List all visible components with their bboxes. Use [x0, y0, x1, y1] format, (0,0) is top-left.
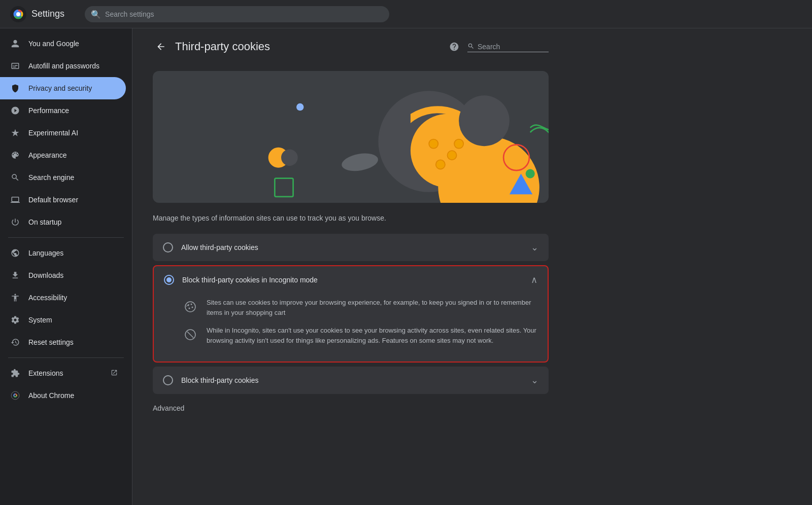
sidebar-item-reset-settings[interactable]: Reset settings	[0, 331, 126, 353]
cookie-illustration	[153, 71, 549, 203]
search-icon	[10, 172, 20, 183]
sidebar-divider-2	[8, 357, 124, 358]
globe-icon	[10, 248, 20, 258]
option-block-all-cookies[interactable]: Block third-party cookies ⌄	[153, 367, 549, 394]
hero-illustration	[153, 71, 549, 203]
sidebar-item-experimental-ai[interactable]: Experimental AI	[0, 122, 126, 144]
option-block-incognito-radio	[164, 275, 174, 285]
power-icon	[10, 217, 20, 227]
back-button[interactable]	[153, 39, 169, 55]
chrome-logo-icon	[10, 6, 26, 22]
sidebar-item-autofill[interactable]: Autofill and passwords	[0, 55, 126, 77]
extension-icon	[10, 368, 20, 378]
sidebar-item-default-browser[interactable]: Default browser	[0, 189, 126, 211]
expanded-info-text-1: Sites can use cookies to improve your br…	[207, 298, 537, 317]
sidebar-label-appearance: Appearance	[28, 151, 118, 159]
content-area: Third-party cookies	[132, 28, 812, 505]
content-search-wrapper	[467, 42, 549, 52]
svg-line-30	[187, 332, 193, 338]
shield-icon	[10, 83, 20, 93]
option-block-incognito-header[interactable]: Block third-party cookies in Incognito m…	[154, 266, 548, 294]
sidebar-item-search-engine[interactable]: Search engine	[0, 166, 126, 189]
palette-icon	[10, 150, 20, 160]
option-block-incognito: Block third-party cookies in Incognito m…	[153, 265, 549, 363]
sidebar-label-system: System	[28, 316, 118, 324]
content-inner: Third-party cookies	[132, 28, 569, 426]
option-block-all-chevron: ⌄	[531, 375, 538, 386]
top-search-wrapper: 🔍	[85, 6, 389, 22]
sidebar-label-on-startup: On startup	[28, 218, 118, 226]
sidebar-label-you-and-google: You and Google	[28, 40, 118, 48]
svg-point-23	[526, 169, 535, 178]
svg-point-26	[191, 304, 192, 305]
option-block-all-label: Block third-party cookies	[181, 376, 523, 384]
svg-point-17	[281, 149, 298, 166]
badge-icon	[10, 61, 20, 71]
svg-point-7	[14, 394, 16, 396]
sidebar-label-search-engine: Search engine	[28, 173, 118, 182]
svg-point-11	[459, 95, 510, 146]
top-search-input[interactable]	[85, 6, 389, 22]
content-header-right	[447, 40, 549, 54]
content-header-left: Third-party cookies	[153, 39, 270, 55]
svg-point-16	[296, 103, 304, 111]
option-allow-label: Allow third-party cookies	[181, 243, 523, 251]
advanced-label: Advanced	[153, 400, 549, 416]
top-search-icon: 🔍	[91, 9, 101, 19]
download-icon	[10, 270, 20, 280]
option-allow-cookies[interactable]: Allow third-party cookies ⌄	[153, 234, 549, 261]
sidebar-label-experimental-ai: Experimental AI	[28, 129, 118, 137]
app-title: Settings	[31, 9, 64, 19]
sidebar-item-accessibility[interactable]: Accessibility	[0, 286, 126, 309]
sidebar-item-about-chrome[interactable]: About Chrome	[0, 384, 126, 407]
sidebar-item-appearance[interactable]: Appearance	[0, 144, 126, 166]
page-title: Third-party cookies	[175, 40, 270, 53]
settings-icon	[10, 315, 20, 325]
top-bar: Settings 🔍	[0, 0, 812, 28]
svg-point-15	[454, 139, 463, 149]
option-block-incognito-label: Block third-party cookies in Incognito m…	[182, 276, 523, 284]
accessibility-icon	[10, 293, 20, 303]
computer-icon	[10, 195, 20, 205]
block-info-icon	[182, 327, 198, 343]
sidebar-item-performance[interactable]: Performance	[0, 99, 126, 122]
sidebar-item-system[interactable]: System	[0, 309, 126, 331]
sidebar-item-downloads[interactable]: Downloads	[0, 264, 126, 286]
sidebar-item-privacy-security[interactable]: Privacy and security	[0, 77, 126, 99]
sidebar-divider-1	[8, 237, 124, 238]
sidebar-item-you-and-google[interactable]: You and Google	[0, 32, 126, 55]
sidebar-label-autofill: Autofill and passwords	[28, 62, 118, 70]
sidebar-label-privacy: Privacy and security	[28, 84, 118, 92]
sidebar-label-languages: Languages	[28, 249, 118, 257]
option-allow-radio	[163, 242, 173, 252]
content-search-input[interactable]	[467, 42, 549, 52]
svg-point-14	[436, 160, 445, 169]
content-header: Third-party cookies	[153, 39, 549, 61]
external-link-icon	[111, 369, 118, 378]
app-logo-area: Settings	[10, 6, 85, 22]
sidebar-item-languages[interactable]: Languages	[0, 242, 126, 264]
sidebar-label-reset-settings: Reset settings	[28, 338, 118, 346]
description-text: Manage the types of information sites ca…	[153, 213, 549, 224]
sidebar-item-extensions[interactable]: Extensions	[0, 362, 126, 384]
expanded-info-cookies: Sites can use cookies to improve your br…	[182, 298, 537, 317]
svg-point-12	[429, 139, 438, 149]
svg-point-13	[447, 151, 456, 160]
sidebar: You and Google Autofill and passwords Pr…	[0, 28, 132, 505]
person-icon	[10, 39, 20, 49]
main-layout: You and Google Autofill and passwords Pr…	[0, 28, 812, 505]
svg-point-24	[185, 302, 195, 312]
expanded-info-text-2: While in Incognito, sites can't use your…	[207, 326, 537, 345]
help-button[interactable]	[447, 40, 461, 54]
cookie-info-icon	[182, 299, 198, 315]
expanded-info-incognito: While in Incognito, sites can't use your…	[182, 326, 537, 345]
sidebar-label-about-chrome: About Chrome	[28, 391, 118, 400]
option-block-all-radio	[163, 375, 173, 385]
speed-icon	[10, 105, 20, 116]
svg-point-4	[16, 12, 20, 16]
history-icon	[10, 337, 20, 347]
sidebar-item-on-startup[interactable]: On startup	[0, 211, 126, 233]
content-search-icon	[467, 43, 475, 51]
sidebar-label-default-browser: Default browser	[28, 196, 118, 204]
option-block-incognito-body: Sites can use cookies to improve your br…	[154, 294, 548, 362]
